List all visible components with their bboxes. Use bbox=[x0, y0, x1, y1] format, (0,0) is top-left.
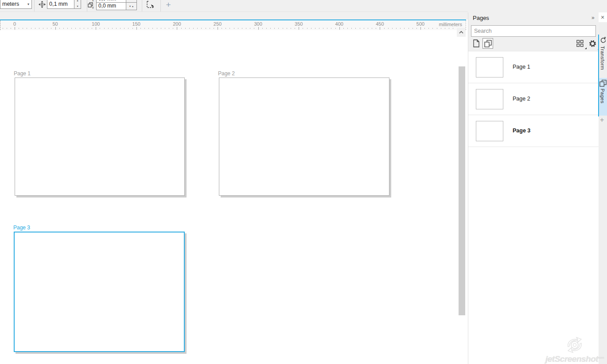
spinner-up-icon[interactable]: ▴ bbox=[77, 0, 78, 2]
ruler-tick bbox=[59, 28, 60, 29]
page-list-item-1[interactable]: Page 1 bbox=[468, 51, 599, 83]
ruler-tick bbox=[424, 28, 425, 29]
duplicate-distance-x-value: 0,0 mm bbox=[98, 0, 116, 2]
spinner-down-icon[interactable]: ▾ bbox=[77, 5, 78, 8]
docker-tab-transform[interactable]: Transform bbox=[600, 46, 605, 70]
page-options-button[interactable] bbox=[587, 38, 598, 49]
ruler-tick bbox=[315, 28, 315, 29]
ruler-tick bbox=[92, 28, 92, 29]
transform-icon bbox=[599, 36, 607, 44]
ruler-tick bbox=[210, 28, 210, 29]
ruler-tick bbox=[128, 28, 128, 29]
ruler-tick bbox=[339, 27, 340, 30]
ruler-tick-label: 500 bbox=[416, 21, 424, 27]
spinner-down-icon[interactable]: ▾ bbox=[129, 5, 131, 8]
single-page-view-button[interactable] bbox=[471, 38, 482, 49]
ruler-tick-label: 450 bbox=[376, 21, 384, 27]
ruler-tick bbox=[47, 28, 47, 29]
ruler-tick bbox=[132, 28, 133, 29]
docker-tab-pages[interactable]: Pages bbox=[600, 89, 605, 104]
spinner-up-icon[interactable]: ▴ bbox=[132, 5, 133, 8]
page-list: Page 1 Page 2 Page 3 bbox=[468, 51, 599, 147]
ruler-tick-label: 350 bbox=[295, 21, 303, 27]
multi-page-icon bbox=[484, 40, 492, 47]
ruler-tick bbox=[165, 28, 165, 29]
page-thumbnail bbox=[476, 121, 503, 141]
ruler-tick bbox=[222, 28, 222, 29]
app-window: meters ▾ 0,1 mm ▴ ▾ x bbox=[0, 0, 607, 364]
ruler-tick bbox=[43, 28, 43, 29]
ruler-tick-label: 0 bbox=[13, 21, 16, 27]
docker-tab-strip: Transform Pages + bbox=[599, 22, 607, 364]
ruler-tick bbox=[148, 28, 149, 29]
add-docker-button[interactable]: + bbox=[600, 116, 604, 124]
nudge-offset-field[interactable]: 0,1 mm bbox=[47, 0, 74, 9]
page-thumbnail bbox=[476, 89, 503, 109]
flyout-caret bbox=[585, 47, 587, 49]
ruler-tick bbox=[185, 28, 186, 29]
scroll-up-button[interactable] bbox=[457, 28, 466, 37]
ruler-tick bbox=[84, 28, 84, 29]
duplicate-distance-y-spinner[interactable]: ▾ ▴ bbox=[126, 2, 137, 10]
ruler-tick bbox=[364, 28, 364, 29]
ruler-tick bbox=[351, 28, 352, 29]
multi-page-view-button[interactable] bbox=[482, 38, 493, 49]
thumbnail-view-button[interactable] bbox=[575, 39, 585, 48]
ruler-tick bbox=[420, 27, 421, 30]
ruler-tick bbox=[347, 28, 348, 29]
ruler-tick bbox=[27, 28, 27, 29]
ruler-tick-label: 250 bbox=[214, 21, 222, 27]
units-dropdown[interactable]: meters ▾ bbox=[0, 0, 32, 9]
page-list-item-2[interactable]: Page 2 bbox=[468, 83, 599, 115]
toolbar-separator bbox=[34, 0, 35, 12]
collapse-docker-icon[interactable]: » bbox=[591, 15, 595, 21]
ruler-tick bbox=[71, 28, 72, 29]
search-input[interactable] bbox=[471, 25, 596, 37]
ruler-tick bbox=[392, 28, 393, 29]
ruler-tick bbox=[400, 28, 401, 29]
ruler-tick-label: 150 bbox=[132, 21, 140, 27]
ruler-tick bbox=[201, 28, 202, 29]
ruler-tick bbox=[234, 28, 234, 29]
nudge-offset-spinner[interactable]: ▴ ▾ bbox=[74, 0, 81, 9]
ruler-tick bbox=[80, 28, 80, 29]
canvas-page-1[interactable] bbox=[15, 77, 185, 196]
docker-accent-line bbox=[598, 35, 599, 116]
ruler-tick bbox=[335, 28, 336, 29]
page-list-item-3[interactable]: Page 3 bbox=[468, 115, 599, 147]
page-item-label: Page 1 bbox=[513, 64, 530, 70]
canvas-page-3[interactable] bbox=[14, 232, 185, 352]
treat-as-filled-icon[interactable] bbox=[145, 0, 156, 10]
ruler-tick bbox=[161, 28, 161, 29]
pages-docker-panel: Pages » × bbox=[468, 12, 607, 364]
ruler-tick bbox=[100, 28, 100, 29]
ruler-tick bbox=[258, 27, 259, 30]
ruler-tick bbox=[384, 28, 385, 29]
pages-tab-icon bbox=[599, 80, 607, 87]
toolbar-divider bbox=[0, 12, 468, 12]
ruler-tick bbox=[404, 28, 405, 29]
ruler-tick bbox=[331, 28, 331, 29]
watermark-text: jetScreenshot bbox=[545, 354, 598, 364]
ruler-tick bbox=[3, 28, 3, 29]
close-docker-icon[interactable]: × bbox=[601, 14, 604, 21]
add-button[interactable]: + bbox=[164, 0, 173, 9]
ruler-tick bbox=[31, 28, 31, 29]
ruler-tick bbox=[230, 28, 230, 29]
ruler-tick bbox=[441, 28, 441, 29]
ruler-tick bbox=[428, 28, 429, 29]
ruler-tick bbox=[437, 28, 437, 29]
ruler-tick bbox=[254, 28, 254, 29]
canvas-page-2[interactable] bbox=[219, 77, 389, 196]
ruler-tick bbox=[108, 28, 109, 29]
svg-text:y: y bbox=[92, 6, 94, 9]
duplicate-distance-y-field[interactable]: 0,0 mm bbox=[96, 2, 126, 10]
ruler-tick bbox=[343, 28, 344, 29]
ruler-tick bbox=[396, 28, 397, 29]
ruler-tick bbox=[283, 28, 283, 29]
vertical-scrollbar-thumb[interactable] bbox=[459, 66, 465, 315]
ruler-tick bbox=[55, 27, 56, 30]
ruler-tick bbox=[11, 28, 11, 29]
ruler-tick bbox=[7, 28, 7, 29]
ruler-tick bbox=[323, 28, 323, 29]
